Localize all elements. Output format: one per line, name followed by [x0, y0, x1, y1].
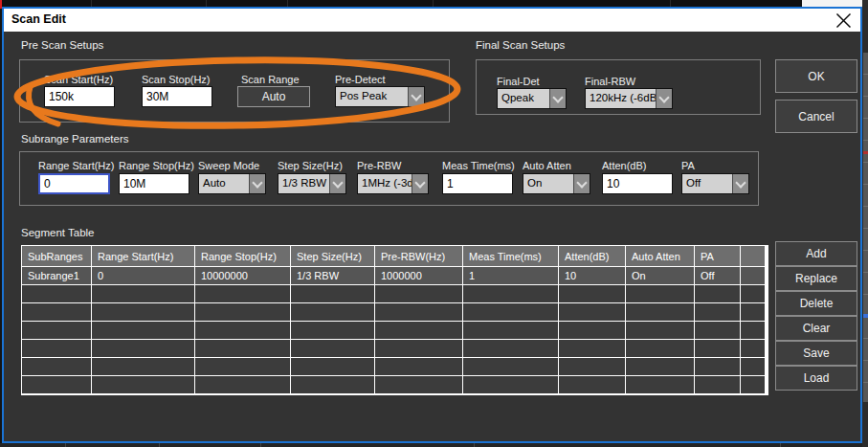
table-cell[interactable]: 1/3 RBW — [291, 267, 374, 284]
table-cell-empty[interactable] — [195, 376, 290, 393]
table-cell-empty[interactable] — [291, 322, 374, 339]
table-cell-empty[interactable] — [195, 340, 290, 357]
pre-rbw-dropdown[interactable]: 1MHz (-3dB) — [357, 173, 429, 194]
clear-button-label: Clear — [803, 322, 831, 335]
table-cell-empty[interactable] — [291, 340, 374, 357]
add-button-label: Add — [806, 247, 826, 260]
table-cell-empty[interactable] — [463, 303, 558, 321]
step-size-label: Step Size(Hz) — [278, 160, 343, 171]
table-cell-empty[interactable] — [195, 358, 290, 375]
scan-start-input[interactable] — [44, 86, 115, 107]
table-cell-empty[interactable] — [463, 322, 558, 339]
atten-input[interactable] — [602, 173, 673, 194]
table-cell[interactable]: Subrange1 — [22, 267, 91, 284]
table-cell-empty[interactable] — [375, 376, 462, 393]
table-cell-empty[interactable] — [291, 358, 374, 375]
table-cell-empty[interactable] — [291, 376, 374, 393]
scan-range-button[interactable]: Auto — [237, 86, 310, 107]
load-button[interactable]: Load — [775, 366, 857, 391]
table-cell-empty[interactable] — [695, 376, 740, 393]
table-cell-empty[interactable] — [741, 285, 765, 302]
table-cell[interactable]: 10000000 — [195, 267, 290, 284]
table-cell-empty[interactable] — [559, 322, 625, 339]
table-cell[interactable]: 1000000 — [375, 267, 462, 284]
table-cell-empty[interactable] — [626, 376, 694, 393]
add-button[interactable]: Add — [775, 241, 857, 266]
table-cell-empty[interactable] — [741, 340, 765, 357]
table-cell[interactable]: Off — [695, 267, 740, 284]
table-cell-empty[interactable] — [463, 285, 558, 302]
table-cell[interactable]: 0 — [92, 267, 194, 284]
table-cell-empty[interactable] — [375, 340, 462, 357]
table-cell-empty[interactable] — [22, 340, 91, 357]
table-cell-empty[interactable] — [626, 358, 694, 375]
range-start-input[interactable] — [38, 173, 110, 194]
table-cell-empty[interactable] — [22, 358, 91, 375]
table-cell-empty[interactable] — [22, 376, 91, 393]
table-cell-empty[interactable] — [92, 322, 194, 339]
scan-range-value: Auto — [262, 90, 286, 103]
range-stop-input[interactable] — [119, 173, 189, 194]
table-cell-empty[interactable] — [92, 285, 194, 302]
table-cell-empty[interactable] — [741, 303, 765, 321]
table-cell-empty[interactable] — [375, 322, 462, 339]
table-cell[interactable]: 1 — [463, 267, 558, 284]
pa-dropdown[interactable]: Off — [681, 173, 749, 194]
replace-button[interactable]: Replace — [775, 266, 857, 291]
sweep-mode-dropdown[interactable]: Auto — [198, 173, 266, 194]
table-cell-empty[interactable] — [626, 322, 694, 339]
final-rbw-dropdown[interactable]: 120kHz (-6dB) — [585, 88, 673, 109]
table-cell-empty[interactable] — [626, 303, 694, 321]
table-cell-empty[interactable] — [559, 358, 625, 375]
table-cell-empty[interactable] — [92, 303, 194, 321]
table-cell-empty[interactable] — [741, 358, 765, 375]
table-cell-empty[interactable] — [695, 340, 740, 357]
auto-atten-dropdown[interactable]: On — [523, 173, 590, 194]
step-size-dropdown[interactable]: 1/3 RBW — [278, 173, 346, 194]
table-cell-empty[interactable] — [695, 322, 740, 339]
table-cell-empty[interactable] — [195, 322, 290, 339]
save-button[interactable]: Save — [775, 341, 857, 366]
table-cell-empty[interactable] — [463, 358, 558, 375]
clear-button[interactable]: Clear — [775, 316, 857, 341]
table-cell-empty[interactable] — [92, 358, 194, 375]
table-cell[interactable]: 10 — [559, 267, 625, 284]
table-cell-empty[interactable] — [291, 303, 374, 321]
table-cell-empty[interactable] — [559, 340, 625, 357]
table-cell-empty[interactable] — [695, 285, 740, 302]
close-button[interactable] — [834, 11, 853, 30]
table-cell-empty[interactable] — [92, 376, 194, 393]
table-cell[interactable]: On — [626, 267, 694, 284]
table-cell-empty[interactable] — [463, 376, 558, 393]
table-cell-empty[interactable] — [195, 285, 290, 302]
chevron-down-icon — [549, 89, 566, 108]
table-cell-empty[interactable] — [22, 322, 91, 339]
table-cell-empty[interactable] — [195, 303, 290, 321]
table-cell-empty[interactable] — [741, 322, 765, 339]
table-cell-empty[interactable] — [695, 358, 740, 375]
table-cell-empty[interactable] — [463, 340, 558, 357]
table-cell-empty[interactable] — [375, 285, 462, 302]
table-cell-empty[interactable] — [291, 285, 374, 302]
table-cell-empty[interactable] — [375, 358, 462, 375]
final-det-dropdown[interactable]: Qpeak — [497, 88, 567, 109]
table-cell-empty[interactable] — [626, 340, 694, 357]
table-cell-empty[interactable] — [92, 340, 194, 357]
ok-button[interactable]: OK — [775, 59, 857, 93]
delete-button[interactable]: Delete — [775, 291, 857, 316]
table-cell-empty[interactable] — [22, 303, 91, 321]
scan-stop-input[interactable] — [142, 86, 212, 107]
table-cell-empty[interactable] — [559, 303, 625, 321]
pa-value: Off — [682, 174, 732, 193]
table-cell-empty[interactable] — [559, 285, 625, 302]
table-cell-empty[interactable] — [559, 376, 625, 393]
table-cell-empty[interactable] — [695, 303, 740, 321]
table-cell[interactable] — [741, 267, 765, 284]
cancel-button[interactable]: Cancel — [775, 100, 857, 133]
table-cell-empty[interactable] — [22, 285, 91, 302]
pre-detect-dropdown[interactable]: Pos Peak — [335, 86, 425, 107]
table-cell-empty[interactable] — [626, 285, 694, 302]
table-cell-empty[interactable] — [741, 376, 765, 393]
meas-time-input[interactable] — [442, 173, 513, 194]
table-cell-empty[interactable] — [375, 303, 462, 321]
